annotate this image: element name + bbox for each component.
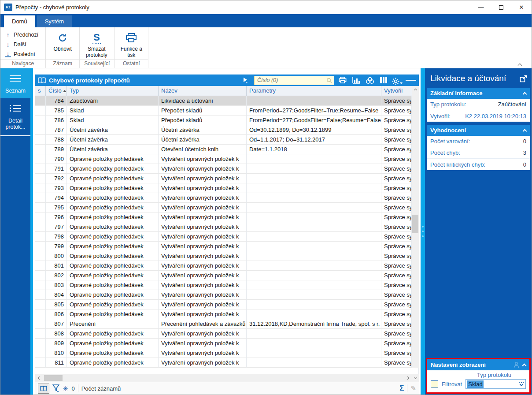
maximize-button[interactable] (491, 0, 511, 14)
table-row[interactable]: 797Opravné položky pohledávekVytváření o… (35, 222, 412, 232)
tab-domu[interactable]: Domů (4, 15, 35, 27)
previous-button[interactable]: ↑ Předchozí (3, 30, 43, 39)
sidebar-item-seznam[interactable]: Seznam (0, 68, 30, 98)
filter-checkbox[interactable] (431, 380, 438, 388)
sidebar-item-detail[interactable]: Detail protok... (0, 98, 30, 136)
combobox-dropdown-icon[interactable] (519, 382, 525, 386)
table-cell-parametry (247, 242, 381, 251)
close-button[interactable]: ✕ (511, 0, 532, 14)
book-icon (38, 77, 46, 83)
record-count-label[interactable]: Počet záznamů (81, 385, 121, 392)
collapse-ribbon-button[interactable] (518, 61, 524, 64)
table-row[interactable]: 789Účetní závěrkaOtevření účetních knihD… (35, 145, 412, 154)
columns-icon[interactable] (378, 75, 389, 85)
table-row[interactable]: 805Opravné položky pohledávekVytváření o… (35, 300, 412, 309)
table-row[interactable]: 809Opravné položky pohledávekVytváření o… (35, 339, 412, 348)
table-row[interactable]: 807PřeceněníPřecenění pohledávek a závaz… (35, 319, 412, 329)
section-basic-info-header[interactable]: Základní informace (427, 88, 530, 99)
table-empty-space (35, 368, 419, 374)
table-row[interactable]: 799Opravné položky pohledávekVytváření o… (35, 242, 412, 251)
table-row[interactable]: 808Opravné položky pohledávekVytváření o… (35, 329, 412, 339)
table-row[interactable]: 792Opravné položky pohledávekVytváření o… (35, 174, 412, 183)
chart-icon[interactable] (351, 75, 362, 85)
table-cell-nazev: Vytváření opravných položek k (159, 222, 247, 232)
horizontal-scroll-thumb[interactable] (44, 375, 63, 381)
table-cell-vytvoril: Správce sy (381, 290, 412, 300)
open-in-window-icon[interactable] (520, 75, 527, 82)
table-row[interactable]: 806Opravné položky pohledávekVytváření o… (35, 309, 412, 319)
field-label: Počet kritických chyb: (430, 161, 523, 168)
protocol-type-combobox[interactable]: Sklad (466, 379, 526, 389)
ribbon-tab-band: Domů Systém (0, 14, 532, 27)
column-header-parametry[interactable]: Parametry (247, 86, 381, 96)
table-row[interactable]: 784ZaúčtováníLikvidace a účtováníSprávce… (35, 96, 412, 106)
horizontal-scrollbar[interactable] (35, 374, 419, 382)
table-row[interactable]: 800Opravné položky pohledávekVytváření o… (35, 251, 412, 261)
actions-play-icon[interactable] (240, 75, 251, 85)
table-row[interactable]: 788Účetní závěrkaÚčetní závěrkaOd=1.1.20… (35, 135, 412, 145)
table-cell-nazev: Přepočet skladů (159, 106, 247, 116)
circles-icon[interactable] (365, 75, 375, 85)
column-header-typ[interactable]: Typ (67, 86, 159, 96)
table-row[interactable]: 790Opravné položky pohledávekVytváření o… (35, 154, 412, 164)
scroll-left-arrow[interactable] (35, 377, 42, 379)
table-row[interactable]: 795Opravné položky pohledávekVytváření o… (35, 203, 412, 212)
table-cell-vytvoril: Správce sy (381, 251, 412, 261)
field-value: Zaúčtování (498, 101, 526, 108)
table-row[interactable]: 794Opravné položky pohledávekVytváření o… (35, 193, 412, 203)
table-row[interactable]: 796Opravné položky pohledávekVytváření o… (35, 212, 412, 222)
column-header-nazev[interactable]: Název (159, 86, 247, 96)
scroll-up-arrow[interactable] (412, 86, 419, 93)
table-cell-nazev: Přepočet skladů (159, 116, 247, 125)
table-row[interactable]: 791Opravné položky pohledávekVytváření o… (35, 164, 412, 174)
search-input[interactable] (257, 77, 326, 83)
table-cell-nazev: Vytváření opravných položek k (159, 203, 247, 212)
delete-protocols-button[interactable]: S Smazat protokoly (82, 29, 111, 58)
column-header-s[interactable]: s (35, 86, 46, 96)
section-evaluation-title: Vyhodnocení (430, 127, 523, 134)
table-row[interactable]: 785SkladPřepočet skladůFromPeriod=277;Go… (35, 106, 412, 116)
scroll-down-arrow[interactable] (412, 376, 419, 380)
table-header-row: s Číslo Typ Název Parametry Vytvořil (35, 86, 412, 96)
book-view-button[interactable] (38, 384, 49, 394)
table-row[interactable]: 810Opravné položky pohledávekVytváření o… (35, 348, 412, 358)
section-evaluation-header[interactable]: Vyhodnocení (427, 125, 530, 136)
table-row[interactable]: 787Účetní závěrkaÚčetní závěrkaOd=30.12.… (35, 125, 412, 135)
table-row[interactable]: 786SkladPřepočet skladůFromPeriod=277;Go… (35, 116, 412, 125)
scroll-right-arrow[interactable] (405, 377, 412, 379)
table-row[interactable]: 802Opravné položky pohledávekVytváření o… (35, 271, 412, 280)
settings-gear-icon[interactable] (392, 75, 403, 85)
column-header-cislo[interactable]: Číslo (46, 86, 67, 96)
functions-print-label: Funkce a tisk (117, 46, 145, 58)
table-cell-vytvoril: Správce sy (381, 280, 412, 290)
column-header-vytvoril[interactable]: Vytvořil (381, 86, 412, 96)
table-row[interactable]: 801Opravné položky pohledávekVytváření o… (35, 261, 412, 271)
panel-splitter[interactable] (421, 68, 425, 395)
table-row[interactable]: 798Opravné položky pohledávekVytváření o… (35, 232, 412, 242)
table-row[interactable]: 811Opravné položky pohledávekVytváření o… (35, 358, 412, 368)
section-display-settings-header[interactable]: Nastavení zobrazení (427, 359, 529, 370)
table-row[interactable]: 793Opravné položky pohledávekVytváření o… (35, 183, 412, 193)
next-button[interactable]: ↓ Další (3, 40, 43, 49)
table-cell-num: 801 (46, 261, 67, 271)
ribbon-group-souvisejici: S Smazat protokoly Související (80, 27, 115, 68)
print-icon[interactable] (337, 75, 348, 85)
sum-icon[interactable]: Σ (399, 384, 404, 393)
table-row[interactable]: 803Opravné položky pohledávekVytváření o… (35, 280, 412, 290)
filter-button[interactable] (52, 384, 59, 392)
table-body: 784ZaúčtováníLikvidace a účtováníSprávce… (35, 96, 412, 368)
group-label-souvisejici: Související (80, 59, 114, 68)
refresh-button[interactable]: Obnovit (48, 29, 77, 52)
table-cell-vytvoril: Správce sy (381, 271, 412, 280)
vertical-scroll-thumb[interactable] (412, 215, 418, 233)
section-basic-info-title: Základní informace (430, 90, 523, 97)
vertical-scrollbar[interactable] (412, 86, 419, 368)
snowflake-icon[interactable]: ✳ (63, 384, 68, 393)
last-button[interactable]: ↓ Poslední (3, 49, 43, 59)
table-row[interactable]: 804Opravné položky pohledávekVytváření o… (35, 290, 412, 300)
minimize-button[interactable]: — (471, 0, 491, 14)
table-cell-typ: Opravné položky pohledávek (67, 261, 159, 271)
functions-print-button[interactable]: Funkce a tisk (117, 29, 145, 58)
tab-system[interactable]: Systém (37, 15, 72, 27)
menu-icon[interactable] (406, 75, 416, 85)
